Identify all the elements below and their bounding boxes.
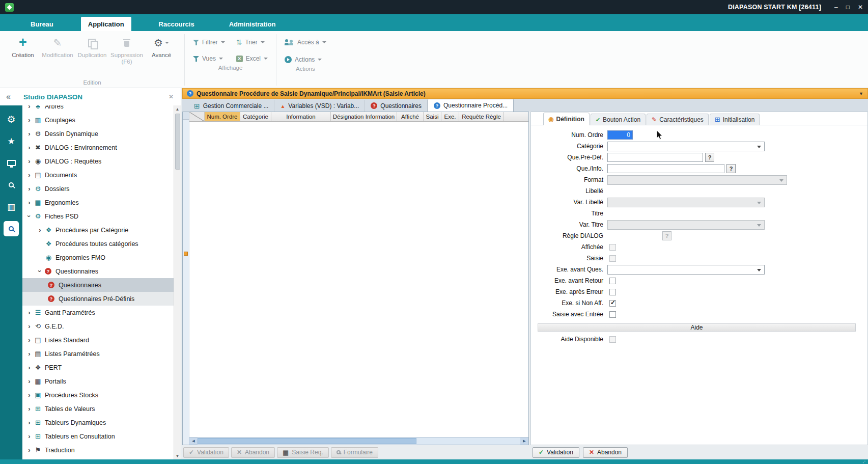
saisie-avec-entree-checkbox[interactable] [609,311,616,318]
grid-validation-button[interactable]: Validation [183,447,229,458]
scroll-right-icon[interactable] [520,438,528,445]
tree-item-listes-parametrees[interactable]: ▤Listes Paramétrées [22,347,174,361]
studio-search-icon[interactable] [4,221,19,236]
table-icon[interactable] [4,199,19,214]
tree-item-ged[interactable]: ⟲G.E.D. [22,319,174,333]
vues-button[interactable]: Vues [191,53,227,64]
tree-item-dialog-requetes[interactable]: ◉DIALOG : Requêtes [22,154,174,168]
tab-initialisation[interactable]: Initialisation [710,114,760,125]
chevron-right-icon[interactable] [25,130,33,138]
chevron-right-icon[interactable] [25,171,33,179]
column-header-num-ordre[interactable]: Num. Ordre [205,112,240,121]
chevron-right-icon[interactable] [25,364,33,371]
scroll-down-icon[interactable] [174,452,181,459]
doc-tab-questionnaire-procedure[interactable]: Questionnaire Procéd... [428,99,514,112]
tree-item-dossiers[interactable]: ⚙Dossiers [22,182,174,196]
chevron-right-icon[interactable] [25,322,33,330]
tree-item-tableurs-en-consultation[interactable]: ⊞Tableurs en Consultation [22,429,174,443]
scrollbar-thumb[interactable] [198,438,416,444]
doc-tab-variables-vsd[interactable]: Variables (VSD) : Variab... [274,100,365,112]
tree-item-documents[interactable]: ▤Documents [22,168,174,182]
tree-item-questionnaires-pre-definis[interactable]: Questionnaires Pré-Définis [22,292,174,306]
tree-item-arbres[interactable]: ♣Arbres [22,105,174,113]
tree-item-dialog-environnement[interactable]: ✖DIALOG : Environnement [22,141,174,154]
chevron-right-icon[interactable] [25,185,33,193]
acces-a-button[interactable]: Accès à [283,37,328,47]
ribbon-tab-administration[interactable]: Administration [222,17,283,31]
grid-corner-cell[interactable] [189,112,205,121]
tree-item-listes-standard[interactable]: ▤Listes Standard [22,333,174,347]
scrollbar-track[interactable] [416,438,520,445]
exe-apres-erreur-checkbox[interactable] [609,289,616,295]
chevron-right-icon[interactable] [25,350,33,358]
tree-item-portails[interactable]: ▦Portails [22,374,174,388]
duplication-button[interactable]: Duplication [75,32,109,59]
settings-icon[interactable] [4,112,19,127]
search-icon[interactable] [4,177,19,193]
maximize-button[interactable]: □ [846,4,850,11]
grid-body[interactable] [189,122,528,437]
tab-definition[interactable]: Définition [543,113,590,125]
tab-caracteristiques[interactable]: Caractéristiques [647,114,709,125]
close-sidebar-icon[interactable]: ✕ [169,93,174,100]
ribbon-tab-bureau[interactable]: Bureau [23,17,61,31]
tree-item-couplages[interactable]: ▥Couplages [22,113,174,127]
chevron-right-icon[interactable] [25,419,33,426]
que-pre-def-input[interactable] [607,153,703,162]
avance-button[interactable]: Avancé [145,32,178,59]
tab-bouton-action[interactable]: Bouton Action [591,114,646,125]
exe-si-non-aff-checkbox[interactable] [609,300,616,307]
minimize-button[interactable]: – [834,4,838,11]
monitor-icon[interactable] [4,155,19,171]
que-info-help-button[interactable]: ? [726,164,736,173]
saisie-req-button[interactable]: Saisie Req. [277,447,329,458]
actions-button[interactable]: Actions [283,54,328,65]
chevron-right-icon[interactable] [36,226,44,234]
abandon-button[interactable]: Abandon [583,447,628,458]
chevron-right-icon[interactable] [25,199,33,206]
validation-button[interactable]: Validation [533,447,579,458]
column-header-affiche[interactable]: Affiché [397,112,424,121]
chevron-down-icon[interactable] [36,267,44,275]
tree-item-dessin-dynamique[interactable]: ⚙Dessin Dynamique [22,127,174,141]
column-header-categorie[interactable]: Catégorie [240,112,271,121]
column-header-saisi[interactable]: Saisi [424,112,441,121]
tree-item-pert[interactable]: ❖PERT [22,361,174,374]
ribbon-tab-application[interactable]: Application [81,17,131,31]
tree-item-questionnaires[interactable]: Questionnaires [22,278,174,292]
header-dropdown-icon[interactable] [859,91,863,96]
chevron-right-icon[interactable] [25,144,33,151]
chevron-down-icon[interactable] [25,212,33,220]
column-header-information[interactable]: Information [271,112,331,121]
tree-item-procedures-stocks[interactable]: ▣Procédures Stocks [22,388,174,402]
doc-tab-questionnaires[interactable]: Questionnaires [365,100,428,112]
chevron-right-icon[interactable] [25,377,33,385]
modification-button[interactable]: Modification [41,32,74,59]
grid-horizontal-scrollbar[interactable] [189,437,528,445]
que-pre-def-help-button[interactable]: ? [705,153,714,162]
suppression-button[interactable]: Suppression (F6) [110,32,144,65]
num-ordre-input[interactable]: 0 [607,130,633,140]
grid-abandon-button[interactable]: Abandon [231,447,275,458]
exe-avant-retour-checkbox[interactable] [609,278,616,284]
tree-item-ergonomies-fmo[interactable]: ◉Ergonomies FMO [22,251,174,264]
filtrer-button[interactable]: Filtrer [191,37,227,47]
chevron-right-icon[interactable] [25,157,33,165]
tree-item-fiches-psd[interactable]: ⚙Fiches PSD [22,209,174,223]
favorites-icon[interactable] [4,133,19,149]
column-header-exe[interactable]: Exe. [441,112,459,121]
ribbon-tab-raccourcis[interactable]: Raccourcis [152,17,202,31]
chevron-right-icon[interactable] [25,116,33,124]
tree-item-gantt-parametres[interactable]: ☰Gantt Paramétrés [22,306,174,319]
exe-avant-ques-select[interactable] [607,265,765,275]
chevron-right-icon[interactable] [25,432,33,440]
trier-button[interactable]: Trier [234,37,270,47]
que-info-input[interactable] [607,164,724,173]
formulaire-button[interactable]: Formulaire [331,447,378,458]
tree-item-procedures-par-categorie[interactable]: ❖Procédures par Catégorie [22,223,174,237]
tree-item-traduction[interactable]: ⚑Traduction [22,443,174,457]
tree-scrollbar[interactable] [174,105,181,459]
grid-vertical-scrollbar[interactable] [183,112,189,445]
tree-scrollbar-thumb[interactable] [175,114,180,170]
creation-button[interactable]: Création [6,32,40,59]
